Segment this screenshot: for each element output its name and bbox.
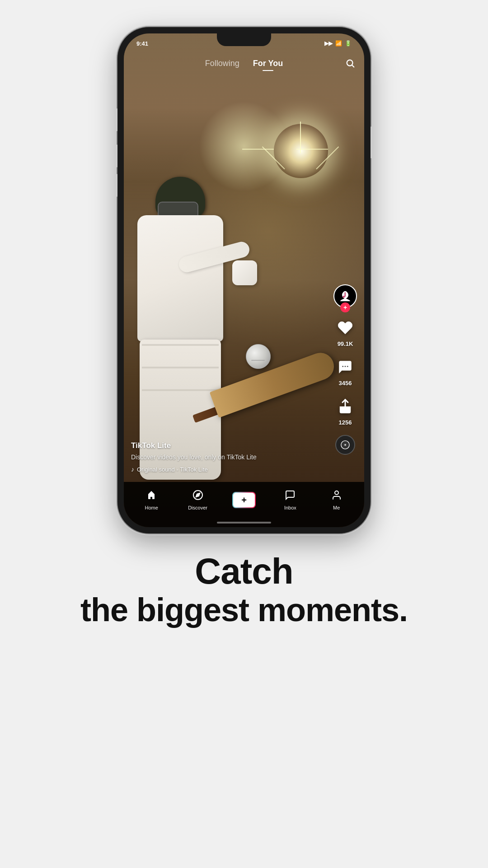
video-description: Discover videos you love, only on TikTok… xyxy=(131,453,328,462)
notch xyxy=(217,33,271,46)
right-actions: + 99.1K xyxy=(333,284,357,455)
comment-count: 3456 xyxy=(339,380,352,387)
music-info[interactable]: ♪ Original sound - TikTok Lite xyxy=(131,466,328,473)
nav-item-inbox[interactable]: Inbox xyxy=(277,490,304,510)
bottom-nav: Home Discover + xyxy=(124,482,364,527)
share-action[interactable]: 1256 xyxy=(334,396,356,426)
home-label: Home xyxy=(145,505,158,510)
username[interactable]: TikTok Lite xyxy=(131,441,328,450)
svg-point-7 xyxy=(345,366,346,367)
svg-point-5 xyxy=(343,296,344,297)
svg-marker-14 xyxy=(196,493,199,497)
nav-item-discover[interactable]: Discover xyxy=(184,490,211,510)
top-nav: Following For You xyxy=(124,53,364,75)
creator-avatar[interactable]: + xyxy=(333,284,357,308)
tab-for-you[interactable]: For You xyxy=(253,59,283,70)
music-disc[interactable] xyxy=(335,435,355,455)
cricket-player-figure xyxy=(124,177,259,484)
comment-action[interactable]: 3456 xyxy=(334,356,356,387)
time-display: 9:41 xyxy=(136,40,148,47)
nav-item-me[interactable]: Me xyxy=(323,490,350,510)
share-count: 1256 xyxy=(339,419,352,426)
battery-display: 🔋 xyxy=(345,40,352,47)
follow-button[interactable]: + xyxy=(340,302,350,312)
svg-point-8 xyxy=(347,366,348,367)
svg-point-15 xyxy=(335,491,338,495)
home-indicator xyxy=(217,522,271,524)
discover-label: Discover xyxy=(188,505,207,510)
cricket-ball xyxy=(246,344,271,369)
nav-item-home[interactable]: Home xyxy=(138,490,165,510)
catch-subtitle: the biggest moments. xyxy=(80,591,408,629)
svg-line-1 xyxy=(352,65,354,67)
music-name: Original sound - TikTok Lite xyxy=(137,466,208,473)
me-label: Me xyxy=(333,505,340,510)
music-note-icon: ♪ xyxy=(131,466,134,473)
svg-point-6 xyxy=(342,366,343,367)
phone-screen: 9:41 ▶▶ 📶 🔋 Following For You xyxy=(124,33,364,527)
home-icon xyxy=(146,490,157,503)
inbox-label: Inbox xyxy=(284,505,296,510)
me-icon xyxy=(331,490,342,503)
nav-item-add[interactable]: + xyxy=(230,492,258,508)
discover-icon xyxy=(192,490,203,503)
tab-following[interactable]: Following xyxy=(205,59,239,70)
phone-frame: 9:41 ▶▶ 📶 🔋 Following For You xyxy=(117,27,371,533)
catch-section: Catch the biggest moments. xyxy=(53,552,435,656)
inbox-icon xyxy=(285,490,296,503)
like-action[interactable]: 99.1K xyxy=(334,317,356,347)
catch-title: Catch xyxy=(80,552,408,591)
search-button[interactable] xyxy=(345,58,355,71)
video-info: TikTok Lite Discover videos you love, on… xyxy=(131,441,328,473)
svg-rect-3 xyxy=(345,292,346,297)
svg-point-12 xyxy=(345,444,346,446)
phone-wrapper: 9:41 ▶▶ 📶 🔋 Following For You xyxy=(117,27,371,533)
like-count: 99.1K xyxy=(338,340,353,347)
light-burst xyxy=(274,124,328,178)
